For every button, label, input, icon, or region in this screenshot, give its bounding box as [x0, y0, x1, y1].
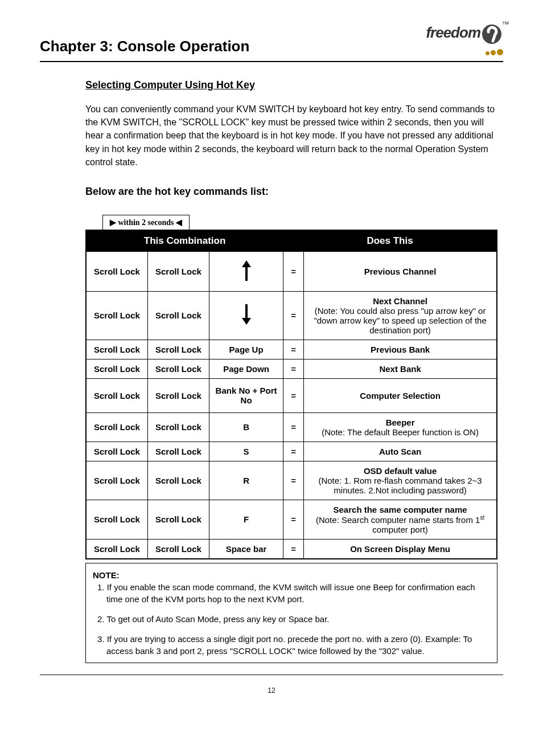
header-divider — [40, 61, 503, 62]
within-label: within 2 seconds — [118, 218, 174, 227]
does-note: (Note: Search computer name starts from … — [307, 514, 493, 534]
cell-key2: Scroll Lock — [147, 291, 209, 340]
does-note: (Note: 1. Rom re-flash command takes 2~3… — [307, 476, 493, 495]
table-header-does: Does This — [283, 230, 497, 252]
does-title: On Screen Display Menu — [307, 544, 493, 554]
does-note: (Note: The default Beeper function is ON… — [307, 427, 493, 437]
does-title: Previous Channel — [307, 267, 493, 276]
triangle-right-icon: ▶ — [110, 218, 116, 227]
does-title: Next Channel — [307, 296, 493, 306]
cell-does: Next Bank — [304, 359, 497, 378]
cell-key3: B — [209, 412, 283, 442]
footer-divider — [40, 675, 503, 675]
cell-equals: = — [283, 539, 304, 559]
cell-key2: Scroll Lock — [147, 359, 209, 378]
cell-does: Previous Channel — [304, 251, 497, 291]
cell-key1: Scroll Lock — [86, 251, 147, 291]
cell-equals: = — [283, 291, 304, 340]
triangle-left-icon: ◀ — [176, 218, 182, 227]
cell-key2: Scroll Lock — [147, 539, 209, 559]
does-title: Beeper — [307, 418, 493, 427]
cell-does: Auto Scan — [304, 442, 497, 461]
table-row: Scroll LockScroll Lock=Next Channel(Note… — [86, 291, 497, 340]
arrow-down-icon — [241, 303, 252, 326]
cell-does: On Screen Display Menu — [304, 539, 497, 559]
cell-key1: Scroll Lock — [86, 461, 147, 500]
logo-text: freedom — [426, 24, 480, 41]
hotkey-table: This Combination Does This Scroll LockSc… — [85, 230, 497, 559]
note-item: 3. If you are trying to access a single … — [97, 633, 490, 657]
cell-key2: Scroll Lock — [147, 340, 209, 359]
logo-nine-icon — [480, 23, 503, 46]
cell-does: Next Channel(Note: You could also press … — [304, 291, 497, 340]
cell-does: Computer Selection — [304, 378, 497, 412]
cell-does: OSD default value(Note: 1. Rom re-flash … — [304, 461, 497, 500]
logo-dots-icon — [426, 49, 503, 55]
arrow-up-icon — [241, 259, 252, 282]
table-header-combination: This Combination — [86, 230, 283, 252]
does-title: Computer Selection — [307, 391, 493, 401]
does-title: Next Bank — [307, 364, 493, 374]
cell-key3: F — [209, 500, 283, 539]
cell-equals: = — [283, 359, 304, 378]
note-item: 2. To get out of Auto Scan Mode, press a… — [97, 613, 490, 625]
cell-does: Search the same computer name(Note: Sear… — [304, 500, 497, 539]
does-title: Previous Bank — [307, 345, 493, 354]
cell-key2: Scroll Lock — [147, 412, 209, 442]
notes-box: NOTE: 1. If you enable the scan mode com… — [85, 563, 497, 663]
sub-title: Below are the hot key commands list: — [85, 186, 497, 198]
cell-key3: R — [209, 461, 283, 500]
cell-key2: Scroll Lock — [147, 461, 209, 500]
cell-key1: Scroll Lock — [86, 442, 147, 461]
notes-title: NOTE: — [93, 569, 490, 581]
cell-equals: = — [283, 340, 304, 359]
cell-equals: = — [283, 500, 304, 539]
does-note: (Note: You could also press "up arrow ke… — [307, 306, 493, 335]
cell-key1: Scroll Lock — [86, 412, 147, 442]
cell-key3: Space bar — [209, 539, 283, 559]
cell-equals: = — [283, 412, 304, 442]
within-seconds-callout: ▶ within 2 seconds ◀ — [102, 215, 497, 230]
cell-key3: Page Down — [209, 359, 283, 378]
table-row: Scroll LockScroll LockPage Up=Previous B… — [86, 340, 497, 359]
does-title: OSD default value — [307, 466, 493, 476]
cell-key3: Bank No + Port No — [209, 378, 283, 412]
cell-key3: Page Up — [209, 340, 283, 359]
cell-key1: Scroll Lock — [86, 291, 147, 340]
cell-key1: Scroll Lock — [86, 340, 147, 359]
section-title: Selecting Computer Using Hot Key — [85, 79, 497, 91]
logo-tm: TM — [502, 21, 509, 26]
cell-does: Beeper(Note: The default Beeper function… — [304, 412, 497, 442]
cell-key2: Scroll Lock — [147, 442, 209, 461]
table-row: Scroll LockScroll LockBank No + Port No=… — [86, 378, 497, 412]
does-title: Search the same computer name — [307, 505, 493, 514]
cell-equals: = — [283, 461, 304, 500]
cell-key1: Scroll Lock — [86, 359, 147, 378]
cell-key3 — [209, 291, 283, 340]
table-row: Scroll LockScroll Lock=Previous Channel — [86, 251, 497, 291]
cell-key1: Scroll Lock — [86, 500, 147, 539]
cell-key2: Scroll Lock — [147, 378, 209, 412]
table-row: Scroll LockScroll LockSpace bar=On Scree… — [86, 539, 497, 559]
table-row: Scroll LockScroll LockB=Beeper(Note: The… — [86, 412, 497, 442]
cell-equals: = — [283, 442, 304, 461]
cell-key3: S — [209, 442, 283, 461]
chapter-title: Chapter 3: Console Operation — [40, 38, 249, 55]
cell-key1: Scroll Lock — [86, 378, 147, 412]
cell-key1: Scroll Lock — [86, 539, 147, 559]
table-row: Scroll LockScroll LockF=Search the same … — [86, 500, 497, 539]
cell-does: Previous Bank — [304, 340, 497, 359]
cell-equals: = — [283, 378, 304, 412]
page-number: 12 — [40, 686, 503, 694]
table-row: Scroll LockScroll LockS=Auto Scan — [86, 442, 497, 461]
does-title: Auto Scan — [307, 447, 493, 456]
table-row: Scroll LockScroll LockR=OSD default valu… — [86, 461, 497, 500]
cell-key2: Scroll Lock — [147, 500, 209, 539]
cell-key3 — [209, 251, 283, 291]
note-item: 1. If you enable the scan mode command, … — [97, 581, 490, 605]
cell-equals: = — [283, 251, 304, 291]
cell-key2: Scroll Lock — [147, 251, 209, 291]
table-row: Scroll LockScroll LockPage Down=Next Ban… — [86, 359, 497, 378]
intro-paragraph: You can conveniently command your KVM SW… — [85, 103, 497, 169]
brand-logo: freedom TM — [426, 23, 503, 55]
